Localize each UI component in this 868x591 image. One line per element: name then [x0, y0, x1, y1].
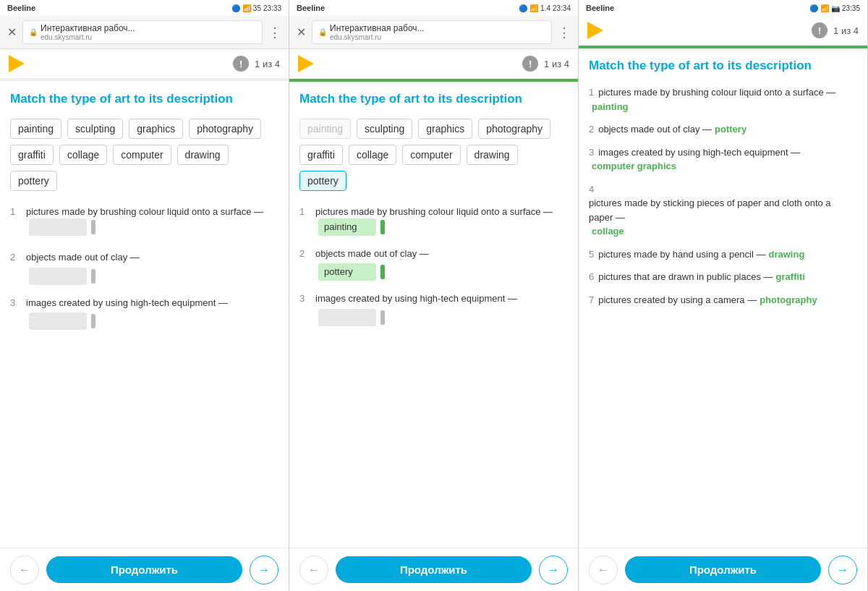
time-3: 23:35 [842, 4, 860, 12]
app-logo-1 [9, 55, 25, 72]
next-button-3[interactable]: → [828, 556, 857, 584]
blank-2-1[interactable]: painting [318, 218, 376, 236]
back-button-2[interactable]: ← [299, 556, 328, 584]
page-counter-3: 1 из 4 [833, 25, 859, 36]
page-counter-2: 1 из 4 [544, 59, 569, 69]
status-icons-3: 🔵 📶 📷 23:35 [809, 4, 860, 12]
url-domain-2: edu.skysmart.ru [330, 33, 425, 41]
word-collage-2[interactable]: collage [349, 145, 396, 165]
carrier-1: Beeline [7, 4, 35, 12]
match-item-2-3: 3 images created by using high-tech equi… [299, 292, 568, 326]
word-computer-2[interactable]: computer [402, 145, 460, 165]
blank-arrow-2-3 [380, 310, 385, 325]
word-painting-1[interactable]: painting [10, 119, 61, 139]
answer-line-3-6: 6 pictures that are drawn in public plac… [589, 270, 857, 284]
blank-1-2[interactable] [29, 268, 87, 285]
answer-num-3-5: 5 [589, 247, 594, 262]
continue-button-3[interactable]: Продолжить [625, 556, 821, 583]
answer-num-3-3: 3 [589, 145, 594, 160]
word-pottery-1[interactable]: pottery [10, 171, 57, 191]
browser-bar-1: ✕ 🔒 Интерактивная рабоч... edu.skysmart.… [0, 16, 289, 49]
menu-dots-1[interactable]: ⋮ [268, 25, 281, 41]
word-bank-1: painting sculpting graphics photography … [10, 119, 278, 191]
answer-line-3-4: 4 pictures made by sticking pieces of pa… [589, 182, 857, 239]
app-logo-3 [587, 22, 603, 39]
warning-icon-1: ! [233, 56, 249, 72]
blank-arrow-1-3 [91, 314, 95, 328]
word-pottery-2[interactable]: pottery [299, 171, 346, 191]
page-title-1: Интерактивная рабоч... [41, 23, 135, 33]
word-sculpting-2[interactable]: sculpting [357, 119, 412, 139]
answer-num-3-6: 6 [589, 270, 594, 284]
word-graphics-1[interactable]: graphics [129, 119, 183, 139]
match-item-1-1: 1 pictures made by brushing colour liqui… [10, 205, 278, 239]
status-bar-3: Beeline 🔵 📶 📷 23:35 [579, 0, 867, 16]
next-button-1[interactable]: → [250, 556, 278, 584]
word-photography-1[interactable]: photography [189, 119, 261, 139]
match-list-2: 1 pictures made by brushing colour liqui… [299, 205, 568, 326]
answer-num-3-7: 7 [589, 293, 594, 307]
word-graphics-2[interactable]: graphics [418, 119, 472, 139]
next-button-2[interactable]: → [539, 556, 568, 584]
answer-num-3-4: 4 [589, 182, 594, 197]
back-button-3[interactable]: ← [589, 556, 618, 584]
word-sculpting-1[interactable]: sculpting [67, 119, 123, 139]
word-drawing-1[interactable]: drawing [177, 145, 229, 165]
camera-icon-3: 📷 [831, 4, 840, 12]
answer-text-3-7: pictures created by using a camera — [598, 293, 757, 307]
word-graffiti-2[interactable]: graffiti [299, 145, 343, 165]
word-graffiti-1[interactable]: graffiti [10, 145, 54, 165]
word-painting-2[interactable]: painting [299, 119, 351, 139]
url-bar-2[interactable]: 🔒 Интерактивная рабоч... edu.skysmart.ru [312, 20, 552, 44]
answer-value-3-3: computer graphics [592, 159, 676, 174]
content-area-2: Match the type of art to its description… [289, 81, 578, 548]
word-computer-1[interactable]: computer [113, 145, 171, 165]
content-area-1: Match the type of art to its description… [0, 81, 289, 548]
close-button-1[interactable]: ✕ [7, 25, 17, 39]
app-header-3: ! 1 из 4 [579, 16, 867, 46]
time-2: 23:34 [553, 4, 571, 12]
menu-dots-2[interactable]: ⋮ [558, 25, 571, 41]
status-icons-2: 🔵 📶 1.4 23:34 [519, 4, 571, 12]
lock-icon-1: 🔒 [29, 28, 38, 36]
close-button-2[interactable]: ✕ [297, 25, 306, 39]
word-photography-2[interactable]: photography [478, 119, 550, 139]
bottom-nav-2: ← Продолжить → [289, 548, 578, 591]
blank-2-2[interactable]: pottery [318, 263, 376, 281]
question-title-2: Match the type of art to its description [299, 91, 568, 107]
signal-icon-3: 📶 [820, 4, 829, 12]
answer-value-3-1: painting [592, 100, 629, 114]
app-logo-2 [298, 55, 314, 72]
answer-line-3-5: 5 pictures made by hand using a pencil —… [589, 247, 857, 262]
continue-button-1[interactable]: Продолжить [46, 556, 242, 583]
word-drawing-2[interactable]: drawing [467, 145, 518, 165]
continue-button-2[interactable]: Продолжить [336, 556, 532, 583]
app-header-2: ! 1 из 4 [289, 49, 578, 79]
bluetooth-icon-3: 🔵 [809, 4, 818, 12]
battery-2: 1.4 [540, 4, 550, 12]
phone-panel-3: Beeline 🔵 📶 📷 23:35 ! 1 из 4 Match the t… [579, 0, 868, 591]
answer-text-3-3: images created by using high-tech equipm… [598, 145, 800, 160]
blank-1-3[interactable] [29, 312, 87, 330]
match-item-2-2: 2 objects made out of clay — pottery [299, 247, 568, 281]
answer-line-3-7: 7 pictures created by using a camera — p… [589, 293, 857, 307]
blank-arrow-2-1 [380, 220, 385, 234]
match-item-2-1: 1 pictures made by brushing colour liqui… [299, 205, 568, 236]
answer-line-3-2: 2 objects made out of clay — pottery [589, 122, 857, 137]
blank-1-1[interactable] [29, 218, 87, 236]
blank-2-3[interactable] [318, 309, 376, 326]
answer-text-3-2: objects made out of clay — [598, 122, 712, 137]
answer-value-3-6: graffiti [776, 270, 805, 284]
phone-panel-1: Beeline 🔵 📶 35 23:33 ✕ 🔒 Интерактивная р… [0, 0, 289, 591]
question-title-1: Match the type of art to its description [10, 91, 278, 107]
word-collage-1[interactable]: collage [59, 145, 107, 165]
warning-icon-2: ! [522, 56, 538, 72]
back-button-1[interactable]: ← [10, 556, 39, 584]
url-bar-1[interactable]: 🔒 Интерактивная рабоч... edu.skysmart.ru [22, 20, 263, 44]
bottom-nav-1: ← Продолжить → [0, 548, 289, 591]
app-header-1: ! 1 из 4 [0, 49, 289, 79]
page-counter-1: 1 из 4 [255, 59, 280, 69]
carrier-3: Beeline [586, 4, 614, 12]
signal-icon: 📶 [242, 4, 251, 12]
bluetooth-icon: 🔵 [231, 4, 240, 12]
